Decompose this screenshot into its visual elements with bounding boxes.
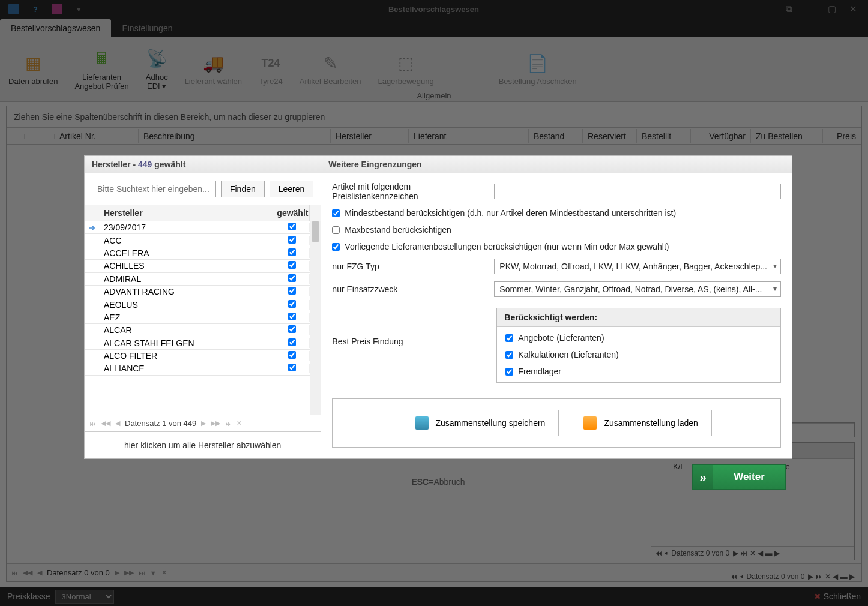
mfr-name: ALLIANCE	[99, 364, 274, 373]
search-input[interactable]	[92, 181, 216, 197]
preislisten-input[interactable]	[494, 184, 781, 199]
table-row[interactable]: ADVANTI RACING	[85, 286, 321, 298]
table-row[interactable]: AEOLUS	[85, 298, 321, 311]
preislisten-label: Artikel mit folgendem Preislistenkennzei…	[332, 182, 488, 201]
mfr-name: ACCELERA	[99, 248, 274, 258]
mfr-list[interactable]: ➔23/09/2017ACCACCELERAACHILLESADMIRALADV…	[85, 221, 321, 415]
table-row[interactable]: ACHILLES	[85, 260, 321, 272]
fzg-typ-select[interactable]: PKW, Motorrad, Offroad, LKW, LLKW, Anhän…	[494, 259, 781, 274]
table-row[interactable]: ADMIRAL	[85, 273, 321, 286]
mfr-name: ALCO FILTER	[99, 351, 274, 361]
table-row[interactable]: ALCAR STAHLFELGEN	[85, 337, 321, 350]
table-row[interactable]: ACCELERA	[85, 247, 321, 260]
save-icon	[415, 416, 429, 430]
dialog: Hersteller - 449 gewählt Finden Leeren H…	[84, 155, 792, 459]
leeren-button[interactable]: Leeren	[270, 181, 314, 197]
chk-fremdlager[interactable]	[505, 368, 513, 376]
mfr-checkbox[interactable]	[288, 248, 296, 256]
mfr-checkbox[interactable]	[288, 338, 296, 346]
mfr-checkbox[interactable]	[288, 313, 296, 320]
esc-hint: ESC=Abbruch	[411, 477, 465, 487]
mfr-checkbox[interactable]	[288, 364, 296, 371]
table-row[interactable]: ALLIANCE	[85, 362, 321, 375]
eingrenzungen-title: Weitere Eingrenzungen	[321, 156, 792, 173]
mfr-checkbox[interactable]	[288, 351, 296, 359]
mfr-checkbox[interactable]	[288, 274, 296, 282]
nav-clear-icon[interactable]: ✕	[237, 419, 242, 427]
mfr-name: 23/09/2017	[99, 223, 274, 232]
best-preis-label: Best Preis Findung	[332, 308, 488, 346]
mfr-scrollbar[interactable]	[310, 221, 321, 415]
mfr-name: ALCAR	[99, 325, 274, 335]
table-row[interactable]: AEZ	[85, 311, 321, 324]
chk-mindestbestand[interactable]	[332, 209, 340, 217]
mfr-header: Hersteller gewählt	[85, 205, 321, 221]
table-row[interactable]: ALCO FILTER	[85, 350, 321, 362]
nav-first-icon[interactable]: ⏮	[89, 420, 96, 427]
chk-maxbestand[interactable]	[332, 226, 340, 234]
table-row[interactable]: ACC	[85, 234, 321, 247]
mfr-name: AEZ	[99, 313, 274, 322]
mfr-checkbox[interactable]	[288, 223, 296, 230]
fzg-typ-label: nur FZG Typ	[332, 262, 488, 271]
mfr-checkbox[interactable]	[288, 325, 296, 333]
action-box: Zusammenstellung speichern Zusammenstell…	[332, 398, 781, 448]
zusammenstellung-laden-button[interactable]: Zusammenstellung laden	[570, 410, 711, 436]
mfr-name: AEOLUS	[99, 300, 274, 310]
hersteller-title: Hersteller - 449 gewählt	[85, 156, 321, 173]
best-head: Berücksichtigt werden:	[497, 308, 780, 327]
mfr-checkbox[interactable]	[288, 261, 296, 269]
panel-hersteller: Hersteller - 449 gewählt Finden Leeren H…	[85, 156, 321, 458]
mfr-name: ACC	[99, 236, 274, 245]
nav-prevpage-icon[interactable]: ◀◀	[101, 419, 110, 427]
mfr-name: ADVANTI RACING	[99, 287, 274, 296]
weiter-button[interactable]: » Weiter	[692, 464, 786, 490]
mfr-checkbox[interactable]	[288, 300, 296, 308]
panel-eingrenzungen: Weitere Eingrenzungen Artikel mit folgen…	[321, 156, 792, 458]
nav-next-icon[interactable]: ▶	[201, 419, 206, 427]
finden-button[interactable]: Finden	[221, 181, 265, 197]
zusammenstellung-speichern-button[interactable]: Zusammenstellung speichern	[402, 410, 559, 436]
chk-angebote[interactable]	[505, 334, 513, 342]
einsatzzweck-label: nur Einsatzzweck	[332, 284, 488, 294]
chevron-right-icon: »	[693, 465, 713, 489]
mfr-col-hersteller[interactable]: Hersteller	[99, 205, 274, 221]
mfr-name: ACHILLES	[99, 261, 274, 271]
mfr-name: ADMIRAL	[99, 274, 274, 284]
table-row[interactable]: ➔23/09/2017	[85, 221, 321, 234]
chk-kalkulationen[interactable]	[505, 351, 513, 359]
nav-last-icon[interactable]: ⏭	[225, 420, 232, 427]
mfr-pager: ⏮ ◀◀ ◀ Datensatz 1 von 449 ▶ ▶▶ ⏭ ✕	[85, 415, 321, 431]
table-row[interactable]: ALCAR	[85, 324, 321, 337]
nav-nextpage-icon[interactable]: ▶▶	[211, 419, 220, 427]
chk-lieferantenbestellungen[interactable]	[332, 243, 340, 251]
deselect-all-link[interactable]: hier klicken um alle Hersteller abzuwähl…	[85, 431, 321, 458]
mfr-checkbox[interactable]	[288, 287, 296, 295]
row-arrow-icon: ➔	[85, 223, 99, 232]
mfr-checkbox[interactable]	[288, 236, 296, 244]
nav-prev-icon[interactable]: ◀	[115, 419, 120, 427]
load-icon	[583, 416, 597, 430]
mfr-name: ALCAR STAHLFELGEN	[99, 338, 274, 348]
mfr-col-gewaehlt[interactable]: gewählt	[274, 205, 310, 221]
einsatzzweck-select[interactable]: Sommer, Winter, Ganzjahr, Offroad, Notra…	[494, 281, 781, 297]
best-preis-box: Berücksichtigt werden: Angebote (Liefera…	[496, 308, 781, 383]
